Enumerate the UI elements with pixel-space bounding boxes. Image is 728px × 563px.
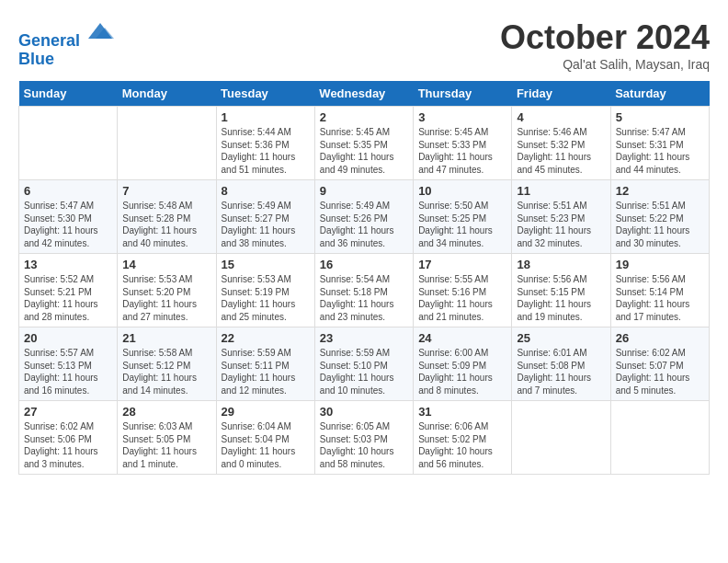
calendar-week-row: 6Sunrise: 5:47 AM Sunset: 5:30 PM Daylig… (19, 180, 710, 254)
calendar-cell: 1Sunrise: 5:44 AM Sunset: 5:36 PM Daylig… (216, 107, 314, 180)
calendar-cell: 14Sunrise: 5:53 AM Sunset: 5:20 PM Dayli… (118, 254, 216, 327)
day-info: Sunrise: 6:05 AM Sunset: 5:03 PM Dayligh… (320, 420, 408, 470)
day-info: Sunrise: 5:53 AM Sunset: 5:20 PM Dayligh… (122, 273, 210, 323)
calendar-cell: 27Sunrise: 6:02 AM Sunset: 5:06 PM Dayli… (19, 401, 118, 475)
day-number: 9 (320, 184, 408, 198)
calendar-table: SundayMondayTuesdayWednesdayThursdayFrid… (18, 81, 710, 475)
calendar-cell: 28Sunrise: 6:03 AM Sunset: 5:05 PM Dayli… (118, 401, 216, 475)
day-info: Sunrise: 6:01 AM Sunset: 5:08 PM Dayligh… (517, 347, 605, 396)
calendar-cell: 4Sunrise: 5:46 AM Sunset: 5:32 PM Daylig… (512, 107, 610, 180)
day-info: Sunrise: 5:45 AM Sunset: 5:33 PM Dayligh… (418, 126, 506, 176)
day-number: 19 (616, 258, 704, 271)
day-number: 10 (418, 184, 506, 198)
day-info: Sunrise: 5:48 AM Sunset: 5:28 PM Dayligh… (122, 200, 210, 249)
calendar-cell: 29Sunrise: 6:04 AM Sunset: 5:04 PM Dayli… (216, 401, 314, 475)
logo-general: General (18, 31, 80, 50)
calendar-cell: 20Sunrise: 5:57 AM Sunset: 5:13 PM Dayli… (19, 327, 118, 401)
weekday-header: Friday (512, 81, 610, 107)
calendar-cell (118, 107, 216, 180)
day-number: 13 (24, 258, 112, 271)
calendar-cell: 13Sunrise: 5:52 AM Sunset: 5:21 PM Dayli… (19, 254, 118, 327)
calendar-week-row: 27Sunrise: 6:02 AM Sunset: 5:06 PM Dayli… (19, 401, 710, 475)
day-info: Sunrise: 5:51 AM Sunset: 5:23 PM Dayligh… (517, 200, 605, 249)
calendar-cell (19, 107, 118, 180)
day-number: 7 (122, 184, 210, 198)
day-info: Sunrise: 5:59 AM Sunset: 5:11 PM Dayligh… (222, 347, 310, 396)
day-info: Sunrise: 5:59 AM Sunset: 5:10 PM Dayligh… (320, 347, 408, 396)
day-number: 1 (222, 110, 310, 124)
day-info: Sunrise: 5:51 AM Sunset: 5:22 PM Dayligh… (616, 200, 704, 249)
day-info: Sunrise: 5:56 AM Sunset: 5:15 PM Dayligh… (517, 273, 605, 323)
day-number: 18 (517, 258, 605, 271)
calendar-cell: 18Sunrise: 5:56 AM Sunset: 5:15 PM Dayli… (512, 254, 610, 327)
calendar-cell: 5Sunrise: 5:47 AM Sunset: 5:31 PM Daylig… (610, 107, 709, 180)
calendar-cell: 2Sunrise: 5:45 AM Sunset: 5:35 PM Daylig… (314, 107, 413, 180)
day-info: Sunrise: 5:46 AM Sunset: 5:32 PM Dayligh… (517, 126, 605, 176)
day-info: Sunrise: 6:02 AM Sunset: 5:06 PM Dayligh… (24, 420, 112, 470)
day-number: 5 (616, 110, 704, 124)
calendar-cell (610, 401, 709, 475)
day-number: 21 (122, 331, 210, 345)
day-number: 26 (616, 331, 704, 345)
day-number: 12 (616, 184, 704, 198)
day-info: Sunrise: 5:49 AM Sunset: 5:26 PM Dayligh… (320, 200, 408, 249)
logo: General Blue (18, 18, 114, 69)
day-info: Sunrise: 6:06 AM Sunset: 5:02 PM Dayligh… (418, 420, 506, 470)
calendar-cell: 6Sunrise: 5:47 AM Sunset: 5:30 PM Daylig… (19, 180, 118, 254)
calendar-cell: 24Sunrise: 6:00 AM Sunset: 5:09 PM Dayli… (414, 327, 512, 401)
calendar-cell: 23Sunrise: 5:59 AM Sunset: 5:10 PM Dayli… (314, 327, 413, 401)
calendar-week-row: 1Sunrise: 5:44 AM Sunset: 5:36 PM Daylig… (19, 107, 710, 180)
day-number: 15 (222, 258, 310, 271)
weekday-header: Tuesday (216, 81, 314, 107)
location: Qal'at Salih, Maysan, Iraq (500, 57, 710, 72)
calendar-cell: 17Sunrise: 5:55 AM Sunset: 5:16 PM Dayli… (414, 254, 512, 327)
calendar-cell: 21Sunrise: 5:58 AM Sunset: 5:12 PM Dayli… (118, 327, 216, 401)
calendar-cell: 9Sunrise: 5:49 AM Sunset: 5:26 PM Daylig… (314, 180, 413, 254)
day-number: 2 (320, 110, 408, 124)
day-number: 27 (24, 405, 112, 419)
day-number: 28 (122, 405, 210, 419)
day-number: 24 (418, 331, 506, 345)
calendar-cell: 31Sunrise: 6:06 AM Sunset: 5:02 PM Dayli… (414, 401, 512, 475)
day-info: Sunrise: 5:50 AM Sunset: 5:25 PM Dayligh… (418, 200, 506, 249)
day-info: Sunrise: 5:53 AM Sunset: 5:19 PM Dayligh… (222, 273, 310, 323)
day-info: Sunrise: 5:54 AM Sunset: 5:18 PM Dayligh… (320, 273, 408, 323)
day-info: Sunrise: 5:56 AM Sunset: 5:14 PM Dayligh… (616, 273, 704, 323)
day-info: Sunrise: 5:47 AM Sunset: 5:31 PM Dayligh… (616, 126, 704, 176)
day-number: 16 (320, 258, 408, 271)
calendar-cell: 30Sunrise: 6:05 AM Sunset: 5:03 PM Dayli… (314, 401, 413, 475)
calendar-cell: 3Sunrise: 5:45 AM Sunset: 5:33 PM Daylig… (414, 107, 512, 180)
calendar-week-row: 13Sunrise: 5:52 AM Sunset: 5:21 PM Dayli… (19, 254, 710, 327)
calendar-cell: 16Sunrise: 5:54 AM Sunset: 5:18 PM Dayli… (314, 254, 413, 327)
weekday-header: Wednesday (314, 81, 413, 107)
day-number: 22 (222, 331, 310, 345)
day-number: 8 (222, 184, 310, 198)
day-number: 6 (24, 184, 112, 198)
day-info: Sunrise: 5:52 AM Sunset: 5:21 PM Dayligh… (24, 273, 112, 323)
month-title: October 2024 (500, 18, 710, 57)
day-info: Sunrise: 6:03 AM Sunset: 5:05 PM Dayligh… (122, 420, 210, 470)
day-number: 11 (517, 184, 605, 198)
calendar-cell: 8Sunrise: 5:49 AM Sunset: 5:27 PM Daylig… (216, 180, 314, 254)
day-number: 25 (517, 331, 605, 345)
calendar-cell: 19Sunrise: 5:56 AM Sunset: 5:14 PM Dayli… (610, 254, 709, 327)
day-info: Sunrise: 5:49 AM Sunset: 5:27 PM Dayligh… (222, 200, 310, 249)
day-number: 17 (418, 258, 506, 271)
day-info: Sunrise: 5:47 AM Sunset: 5:30 PM Dayligh… (24, 200, 112, 249)
weekday-header: Monday (118, 81, 216, 107)
day-number: 3 (418, 110, 506, 124)
weekday-header: Thursday (414, 81, 512, 107)
day-info: Sunrise: 5:55 AM Sunset: 5:16 PM Dayligh… (418, 273, 506, 323)
day-info: Sunrise: 5:57 AM Sunset: 5:13 PM Dayligh… (24, 347, 112, 396)
day-info: Sunrise: 6:04 AM Sunset: 5:04 PM Dayligh… (222, 420, 310, 470)
logo-icon (86, 18, 114, 46)
day-number: 31 (418, 405, 506, 419)
day-number: 29 (222, 405, 310, 419)
calendar-cell: 26Sunrise: 6:02 AM Sunset: 5:07 PM Dayli… (610, 327, 709, 401)
page-header: General Blue October 2024 Qal'at Salih, … (18, 18, 710, 72)
weekday-header: Sunday (19, 81, 118, 107)
day-number: 23 (320, 331, 408, 345)
calendar-week-row: 20Sunrise: 5:57 AM Sunset: 5:13 PM Dayli… (19, 327, 710, 401)
title-area: October 2024 Qal'at Salih, Maysan, Iraq (500, 18, 710, 72)
calendar-cell: 15Sunrise: 5:53 AM Sunset: 5:19 PM Dayli… (216, 254, 314, 327)
